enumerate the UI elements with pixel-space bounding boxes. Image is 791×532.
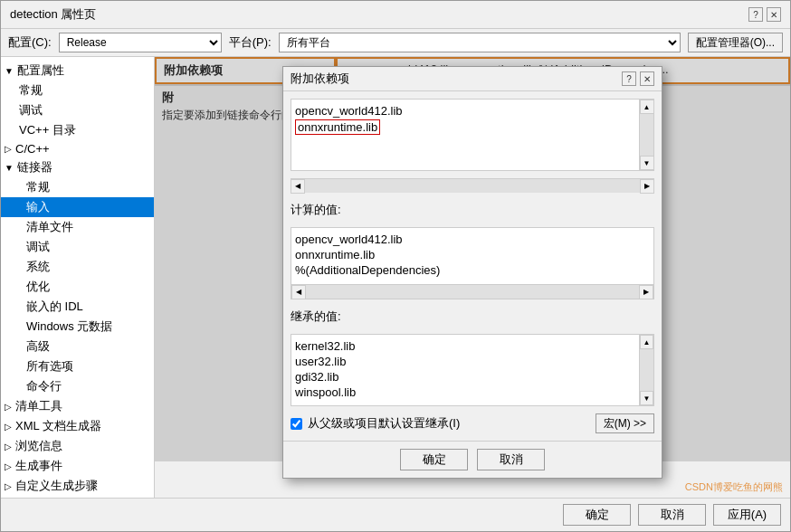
cpp-arrow: ▷ (5, 144, 12, 154)
main-apply-button[interactable]: 应用(A) (713, 504, 781, 526)
tree-item-winmeta[interactable]: Windows 元数据 (1, 317, 154, 337)
modal-dialog: 附加依赖项 ? ✕ opencv_world412.lib onnxrunti (282, 66, 662, 479)
main-ok-button[interactable]: 确定 (563, 504, 631, 526)
tree-item-debug1[interactable]: 调试 (1, 100, 154, 120)
computed-label: 计算的值: (291, 200, 654, 220)
computed-item-3: %(AdditionalDependencies) (295, 262, 650, 278)
manifest-tool-arrow: ▷ (5, 402, 12, 412)
macro-button[interactable]: 宏(M) >> (596, 413, 654, 433)
tree-item-general1[interactable]: 常规 (1, 81, 154, 100)
browse-arrow: ▷ (5, 442, 12, 451)
inherited-list: kernel32.lib user32.lib gdi32.lib winspo… (291, 335, 653, 404)
computed-scroll-left[interactable]: ◀ (291, 285, 306, 299)
right-panel: 附加依赖项 opencv_world412.lib;onnxruntime.li… (155, 57, 790, 498)
linker-arrow: ▼ (5, 163, 14, 173)
computed-item-1: opencv_world412.lib (295, 232, 650, 247)
scroll-up-arrow[interactable]: ▲ (640, 100, 654, 114)
tree-item-cmdline[interactable]: 命令行 (1, 376, 154, 396)
scroll-track-h (305, 179, 640, 193)
tree-item-manifest[interactable]: 清单文件 (1, 217, 154, 237)
modal-title-controls: ? ✕ (622, 71, 654, 86)
tree-item-cpp[interactable]: ▷ C/C++ (1, 140, 154, 157)
config-manager-button[interactable]: 配置管理器(O)... (688, 33, 783, 52)
dialog-title: detection 属性页 (10, 6, 96, 23)
inherit-checkbox-row: 从父级或项目默认设置继承(I) 宏(M) >> (291, 413, 654, 433)
inherited-item-4: winspool.lib (295, 385, 635, 400)
tree-item-manifest-tool[interactable]: ▷ 清单工具 (1, 396, 154, 416)
help-button[interactable]: ? (748, 7, 763, 22)
scroll-down-arrow[interactable]: ▼ (640, 156, 654, 170)
tree-item-vc-dir[interactable]: VC++ 目录 (1, 120, 154, 140)
tree-item-browse[interactable]: ▷ 浏览信息 (1, 436, 154, 456)
lib-scrollbar-h[interactable]: ◀ ▶ (291, 178, 654, 193)
browse-label: 浏览信息 (15, 438, 62, 454)
lib-scrollbar-v[interactable]: ▲ ▼ (639, 100, 653, 170)
inherited-scrollbar[interactable]: ▲ ▼ (639, 335, 653, 405)
modal-title-bar: 附加依赖项 ? ✕ (283, 67, 662, 91)
tree-item-build-events[interactable]: ▷ 生成事件 (1, 456, 154, 476)
inherited-item-1: kernel32.lib (295, 338, 635, 354)
close-button[interactable]: ✕ (767, 7, 781, 22)
modal-ok-button[interactable]: 确定 (400, 449, 468, 470)
tree-item-xml-doc[interactable]: ▷ XML 文档生成器 (1, 416, 154, 436)
manifest-tool-label: 清单工具 (15, 398, 62, 414)
config-select[interactable]: Release (59, 33, 222, 52)
tree-item-general2[interactable]: 常规 (1, 177, 154, 197)
tree-panel: ▼ 配置属性 常规 调试 VC++ 目录 ▷ C/C++ ▼ 链接器 常规 输入… (1, 57, 155, 498)
tree-root-arrow: ▼ (5, 66, 14, 76)
main-dialog: detection 属性页 ? ✕ 配置(C): Release 平台(P): … (0, 0, 791, 532)
platform-select[interactable]: 所有平台 (279, 33, 681, 52)
inh-scroll-down[interactable]: ▼ (640, 391, 653, 405)
tree-item-alloptions[interactable]: 所有选项 (1, 356, 154, 376)
inherited-values-box: kernel32.lib user32.lib gdi32.lib winspo… (291, 334, 654, 406)
computed-scroll-right[interactable]: ▶ (639, 285, 653, 299)
watermark: CSDN博爱吃鱼的网熊 (685, 480, 783, 494)
xml-doc-arrow: ▷ (5, 422, 12, 432)
tree-root-label: 配置属性 (17, 62, 64, 79)
modal-cancel-button[interactable]: 取消 (477, 449, 545, 470)
lib-input-container: opencv_world412.lib onnxruntime.lib ▲ ▼ (291, 99, 654, 171)
lib-text-area[interactable]: opencv_world412.lib onnxruntime.lib (291, 100, 653, 170)
scroll-left-arrow[interactable]: ◀ (291, 179, 305, 194)
modal-body: opencv_world412.lib onnxruntime.lib ▲ ▼ … (283, 91, 662, 441)
tree-item-custom-build[interactable]: ▷ 自定义生成步骤 (1, 476, 154, 496)
main-footer: 确定 取消 应用(A) (1, 498, 790, 531)
tree-item-debug2[interactable]: 调试 (1, 237, 154, 257)
title-bar: detection 属性页 ? ✕ (1, 1, 790, 29)
platform-label: 平台(P): (229, 34, 272, 51)
lib-line-1: opencv_world412.lib (295, 103, 635, 119)
title-controls: ? ✕ (748, 7, 781, 22)
inherit-checkbox-label: 从父级或项目默认设置继承(I) (308, 415, 460, 432)
modal-footer: 确定 取消 (283, 441, 662, 478)
computed-values-box: opencv_world412.lib onnxruntime.lib %(Ad… (291, 227, 654, 299)
main-cancel-button[interactable]: 取消 (638, 504, 706, 526)
config-label: 配置(C): (8, 34, 52, 51)
inherited-item-3: gdi32.lib (295, 369, 635, 385)
modal-title: 附加依赖项 (291, 71, 349, 87)
inherit-checkbox[interactable] (291, 418, 302, 430)
modal-help-button[interactable]: ? (622, 71, 636, 86)
modal-overlay: 附加依赖项 ? ✕ opencv_world412.lib onnxrunti (155, 57, 790, 461)
scroll-track-v (640, 114, 653, 156)
inherited-item-2: user32.lib (295, 354, 635, 369)
custom-build-arrow: ▷ (5, 481, 12, 491)
tree-item-optimize[interactable]: 优化 (1, 277, 154, 297)
content-area: ▼ 配置属性 常规 调试 VC++ 目录 ▷ C/C++ ▼ 链接器 常规 输入… (1, 57, 790, 498)
tree-item-linker[interactable]: ▼ 链接器 (1, 157, 154, 177)
inh-scroll-up[interactable]: ▲ (640, 335, 653, 349)
tree-item-system[interactable]: 系统 (1, 257, 154, 277)
scroll-right-arrow[interactable]: ▶ (640, 179, 654, 194)
tree-item-advanced[interactable]: 高级 (1, 337, 154, 356)
linker-label: 链接器 (17, 159, 52, 176)
computed-list: opencv_world412.lib onnxruntime.lib %(Ad… (291, 228, 653, 281)
computed-scrollbar-h[interactable]: ◀ ▶ (291, 284, 653, 299)
linker-children: 常规 输入 清单文件 调试 系统 优化 嵌入的 IDL Windows 元数据 … (1, 177, 154, 396)
cpp-label: C/C++ (15, 142, 50, 156)
config-bar: 配置(C): Release 平台(P): 所有平台 配置管理器(O)... (1, 29, 790, 57)
tree-item-idl[interactable]: 嵌入的 IDL (1, 297, 154, 317)
tree-item-input[interactable]: 输入 (1, 197, 154, 217)
modal-close-button[interactable]: ✕ (640, 71, 654, 86)
lib-line-2: onnxruntime.lib (295, 119, 635, 136)
inh-scroll-track (640, 349, 653, 391)
tree-root[interactable]: ▼ 配置属性 (1, 61, 154, 81)
